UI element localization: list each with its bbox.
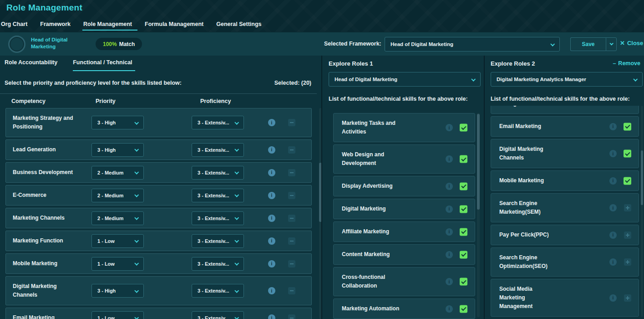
- skill-name: Search Engine Marketing(SEM): [499, 199, 554, 216]
- checked-checkbox-icon[interactable]: [460, 305, 467, 313]
- page-header: Role Management Org Chart Framework Role…: [0, 0, 644, 32]
- info-icon[interactable]: i: [446, 278, 453, 285]
- nav-tab[interactable]: General Settings: [210, 17, 268, 32]
- remove-skill-icon[interactable]: [288, 260, 295, 268]
- priority-select[interactable]: 3 - High: [91, 116, 144, 129]
- priority-select[interactable]: 2 - Medium: [91, 211, 144, 225]
- explore-1-scrollbar[interactable]: [477, 113, 480, 317]
- checked-checkbox-icon[interactable]: [624, 123, 631, 130]
- proficiency-select[interactable]: 3 - Extensiv...: [192, 234, 244, 248]
- proficiency-select[interactable]: 3 - Extensiv...: [192, 116, 244, 129]
- priority-select-value: 2 - Medium: [97, 193, 123, 198]
- skill-name: Digital Marketing Channels: [499, 145, 554, 162]
- explore-roles-1-panel: Explore Roles 1 Head of Digital Marketin…: [321, 56, 484, 319]
- chevron-down-icon: [134, 261, 139, 266]
- info-icon[interactable]: i: [609, 204, 617, 211]
- priority-select[interactable]: 3 - High: [91, 284, 144, 298]
- priority-select[interactable]: 1 - Low: [91, 234, 144, 248]
- skill-row: Marketing Strategy and Positioning 3 - H…: [5, 108, 312, 137]
- proficiency-select[interactable]: 3 - Extensiv...: [192, 166, 244, 180]
- checked-checkbox-icon[interactable]: [460, 155, 467, 163]
- info-icon[interactable]: i: [268, 215, 275, 222]
- close-icon: ✕: [620, 40, 625, 46]
- nav-tab[interactable]: Formula Management: [138, 17, 210, 32]
- info-icon[interactable]: i: [609, 177, 617, 185]
- checked-checkbox-icon[interactable]: [460, 251, 467, 258]
- info-icon[interactable]: i: [268, 119, 275, 126]
- nav-tab[interactable]: Role Management: [77, 17, 138, 32]
- remove-skill-icon[interactable]: [288, 192, 295, 199]
- explore-skill-item: Marketing Automation i: [333, 298, 475, 319]
- remove-skill-icon[interactable]: [288, 237, 295, 245]
- add-skill-icon[interactable]: [624, 204, 631, 211]
- checked-checkbox-icon[interactable]: [460, 278, 467, 286]
- info-icon[interactable]: i: [446, 228, 453, 236]
- save-button[interactable]: Save: [570, 37, 606, 51]
- chevron-down-icon: [609, 41, 613, 45]
- proficiency-select[interactable]: 3 - Extensiv...: [192, 284, 244, 298]
- info-icon[interactable]: i: [609, 258, 617, 266]
- info-icon[interactable]: i: [268, 314, 275, 319]
- nav-tab-label: General Settings: [216, 21, 261, 27]
- add-skill-icon[interactable]: [624, 294, 631, 302]
- info-icon[interactable]: i: [268, 146, 275, 154]
- explore-2-role-select[interactable]: Digital Marketing Analytics Manager: [491, 72, 643, 87]
- panel-tab[interactable]: Functional / Technical: [73, 59, 132, 71]
- save-options-button[interactable]: [606, 37, 617, 51]
- checked-checkbox-icon[interactable]: [624, 177, 631, 185]
- proficiency-select-value: 3 - Extensiv...: [198, 170, 229, 175]
- proficiency-select[interactable]: 3 - Extensiv...: [192, 257, 244, 271]
- remove-skill-icon[interactable]: [288, 314, 295, 319]
- info-icon[interactable]: i: [446, 305, 453, 313]
- info-icon[interactable]: i: [268, 169, 275, 176]
- checked-checkbox-icon[interactable]: [460, 228, 467, 236]
- proficiency-select[interactable]: 3 - Extensiv...: [192, 311, 244, 319]
- info-icon[interactable]: i: [446, 183, 453, 190]
- priority-select[interactable]: 3 - High: [91, 143, 144, 157]
- priority-select[interactable]: 1 - Low: [91, 311, 144, 319]
- checked-checkbox-icon[interactable]: [624, 150, 631, 158]
- info-icon[interactable]: i: [446, 155, 453, 163]
- remove-skill-icon[interactable]: [288, 119, 295, 126]
- explore-skill-item: Web Design and Development i: [333, 144, 475, 174]
- nav-tab[interactable]: Framework: [34, 17, 77, 32]
- match-badge: 100% Match: [96, 38, 142, 50]
- info-icon[interactable]: i: [609, 294, 617, 302]
- priority-select[interactable]: 2 - Medium: [91, 189, 144, 202]
- remove-skill-icon[interactable]: [288, 215, 295, 222]
- proficiency-select[interactable]: 3 - Extensiv...: [192, 143, 244, 157]
- info-icon[interactable]: i: [268, 260, 275, 268]
- explore-skill-item: Social Media Marketing Management i: [491, 279, 639, 317]
- proficiency-select[interactable]: 3 - Extensiv...: [192, 189, 244, 202]
- add-skill-icon[interactable]: [624, 232, 631, 239]
- proficiency-select[interactable]: 3 - Extensiv...: [192, 211, 244, 225]
- checked-checkbox-icon[interactable]: [460, 205, 467, 213]
- info-icon[interactable]: i: [609, 123, 617, 130]
- panel-tab[interactable]: Role Accountability: [5, 59, 57, 71]
- framework-select[interactable]: Head of Digital Marketing: [385, 37, 560, 51]
- add-skill-icon[interactable]: [624, 258, 631, 266]
- checked-checkbox-icon[interactable]: [460, 182, 467, 190]
- explore-1-role-select[interactable]: Head of Digital Marketing: [329, 72, 481, 87]
- info-icon[interactable]: i: [609, 232, 617, 239]
- remove-skill-icon[interactable]: [288, 146, 295, 154]
- info-icon[interactable]: i: [609, 150, 617, 157]
- priority-select[interactable]: 2 - Medium: [91, 166, 144, 180]
- nav-tab[interactable]: Org Chart: [1, 17, 34, 32]
- close-button[interactable]: ✕ Close: [620, 40, 643, 46]
- remove-panel-button[interactable]: – Remove: [613, 60, 640, 67]
- info-icon[interactable]: i: [446, 124, 453, 131]
- checked-checkbox-icon[interactable]: [460, 124, 467, 132]
- info-icon[interactable]: i: [268, 287, 275, 294]
- scrollbar-thumb[interactable]: [477, 114, 480, 210]
- info-icon[interactable]: i: [446, 206, 453, 213]
- info-icon[interactable]: i: [268, 237, 275, 245]
- info-icon[interactable]: i: [446, 251, 453, 258]
- remove-skill-icon[interactable]: [288, 169, 295, 176]
- skill-name: Mobile Marketing: [499, 176, 544, 185]
- explore-2-scrollbar[interactable]: [641, 106, 643, 317]
- remove-skill-icon[interactable]: [288, 287, 295, 294]
- scrollbar-thumb[interactable]: [641, 150, 643, 205]
- info-icon[interactable]: i: [268, 192, 275, 199]
- priority-select[interactable]: 1 - Low: [91, 257, 144, 271]
